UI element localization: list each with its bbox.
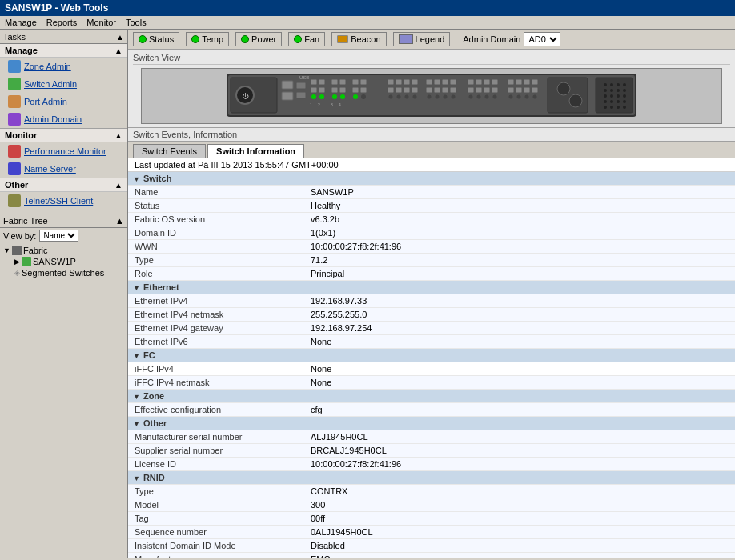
- tasks-header: Tasks ▲: [0, 30, 127, 44]
- tree-item-segmented[interactable]: ◈ Segmented Switches: [3, 267, 124, 278]
- sidebar-item-admin-domain[interactable]: Admin Domain: [0, 110, 127, 128]
- svg-rect-32: [404, 87, 410, 93]
- status-label: Status: [149, 34, 174, 44]
- temp-led: [191, 35, 199, 43]
- tasks-collapse[interactable]: ▲: [116, 33, 124, 42]
- svg-rect-59: [468, 87, 474, 93]
- section-row-switch: ▼Switch: [128, 172, 735, 186]
- svg-rect-45: [450, 87, 456, 93]
- svg-rect-56: [476, 79, 482, 85]
- svg-rect-70: [532, 79, 538, 85]
- menu-tools[interactable]: Tools: [126, 18, 147, 27]
- admin-domain-select[interactable]: AD0: [524, 32, 560, 46]
- sidebar-item-perf-monitor[interactable]: Performance Monitor: [0, 142, 127, 160]
- tree-item-sansw1p[interactable]: ▶ SANSW1P: [3, 256, 124, 267]
- svg-point-34: [389, 95, 393, 99]
- status-button[interactable]: Status: [133, 32, 179, 46]
- section-row-other: ▼Other: [128, 417, 735, 430]
- svg-point-86: [623, 83, 626, 86]
- events-panel: Switch Events, Information Switch Events…: [128, 128, 735, 558]
- temp-label: Temp: [202, 34, 223, 44]
- tree-content: ▼ Fabric ▶ SANSW1P ◈ Segmented Switches: [0, 243, 127, 280]
- sidebar-item-name-server[interactable]: Name Server: [0, 160, 127, 178]
- fabric-tree: Fabric Tree ▲ View by: Name ▼ Fabric ▶: [0, 210, 127, 558]
- other-collapse[interactable]: ▲: [114, 181, 122, 190]
- admin-domain-icon: [8, 113, 21, 126]
- table-row: Insistent Domain ID ModeDisabled: [128, 539, 735, 553]
- svg-point-83: [604, 83, 607, 86]
- monitor-collapse[interactable]: ▲: [114, 131, 122, 140]
- svg-rect-27: [396, 79, 402, 85]
- svg-point-35: [397, 95, 401, 99]
- toolbar: Status Temp Power Fan Beacon Legend: [128, 30, 735, 50]
- svg-point-76: [517, 95, 521, 99]
- viewby-select[interactable]: Name: [39, 230, 78, 242]
- sidebar-item-telnet[interactable]: Telnet/SSH Client: [0, 192, 127, 210]
- svg-point-65: [485, 95, 489, 99]
- power-button[interactable]: Power: [235, 32, 282, 46]
- svg-point-36: [405, 95, 409, 99]
- svg-point-12: [311, 94, 316, 99]
- svg-rect-55: [468, 79, 474, 85]
- manage-collapse[interactable]: ▲: [114, 46, 122, 55]
- sidebar-item-port-admin[interactable]: Port Admin: [0, 93, 127, 110]
- admin-domain-group: Admin Domain AD0: [463, 32, 560, 46]
- telnet-label: Telnet/SSH Client: [24, 196, 93, 206]
- svg-point-95: [604, 100, 607, 103]
- menu-reports[interactable]: Reports: [46, 18, 78, 27]
- perf-monitor-label: Performance Monitor: [24, 146, 106, 156]
- svg-rect-30: [388, 87, 394, 93]
- svg-point-102: [623, 106, 626, 109]
- temp-button[interactable]: Temp: [186, 32, 229, 46]
- svg-rect-67: [508, 79, 514, 85]
- svg-point-100: [610, 106, 613, 109]
- menu-bar: Manage Reports Monitor Tools: [0, 16, 735, 30]
- right-panel: Status Temp Power Fan Beacon Legend: [128, 30, 735, 558]
- sidebar-item-zone-admin[interactable]: Zone Admin: [0, 58, 127, 75]
- tab-switch-info[interactable]: Switch Information: [207, 144, 304, 158]
- manage-label: Manage: [5, 46, 38, 55]
- admin-domain-label: Admin Domain: [463, 34, 520, 44]
- svg-text:3: 3: [331, 102, 333, 107]
- svg-point-77: [525, 95, 529, 99]
- svg-point-92: [610, 94, 613, 98]
- svg-point-63: [469, 95, 473, 99]
- fan-button[interactable]: Fan: [288, 32, 325, 46]
- main-layout: Tasks ▲ Manage ▲ Zone Admin Switch Admin…: [0, 30, 735, 558]
- other-section: Other ▲ Telnet/SSH Client: [0, 178, 127, 210]
- fabric-tree-header: Fabric Tree ▲: [0, 214, 127, 228]
- legend-icon: [399, 34, 413, 44]
- tree-item-fabric[interactable]: ▼ Fabric: [3, 245, 124, 256]
- svg-point-85: [617, 83, 620, 86]
- sansw1p-label: SANSW1P: [33, 257, 76, 266]
- fabric-tree-collapse[interactable]: ▲: [115, 216, 124, 226]
- svg-rect-69: [524, 79, 530, 85]
- svg-rect-16: [339, 79, 346, 85]
- name-server-icon: [8, 162, 21, 175]
- svg-rect-61: [484, 87, 490, 93]
- switch-image-area: ⏻: [141, 68, 722, 124]
- svg-rect-15: [331, 87, 338, 93]
- svg-rect-7: [296, 92, 306, 98]
- legend-button[interactable]: Legend: [393, 32, 451, 46]
- svg-rect-82: [596, 78, 633, 113]
- table-row: iFFC IPv4 netmaskNone: [128, 376, 735, 390]
- events-header: Switch Events, Information: [128, 128, 735, 142]
- status-led: [139, 35, 147, 43]
- sidebar-item-switch-admin[interactable]: Switch Admin: [0, 75, 127, 93]
- svg-rect-5: [282, 92, 293, 100]
- menu-manage[interactable]: Manage: [5, 18, 37, 27]
- svg-text:1: 1: [310, 102, 312, 107]
- table-row: Effective configurationcfg: [128, 403, 735, 417]
- manage-section-header: Manage ▲: [0, 44, 127, 58]
- svg-text:4: 4: [339, 102, 341, 107]
- menu-monitor[interactable]: Monitor: [86, 18, 116, 27]
- legend-label: Legend: [416, 34, 445, 44]
- switch-view: Switch View ⏻: [128, 50, 735, 128]
- beacon-button[interactable]: Beacon: [331, 32, 386, 46]
- left-panel: Tasks ▲ Manage ▲ Zone Admin Switch Admin…: [0, 30, 128, 558]
- svg-point-98: [623, 100, 626, 103]
- expand-icon: ▼: [3, 246, 10, 254]
- tab-switch-events[interactable]: Switch Events: [133, 144, 206, 158]
- svg-point-25: [361, 94, 366, 99]
